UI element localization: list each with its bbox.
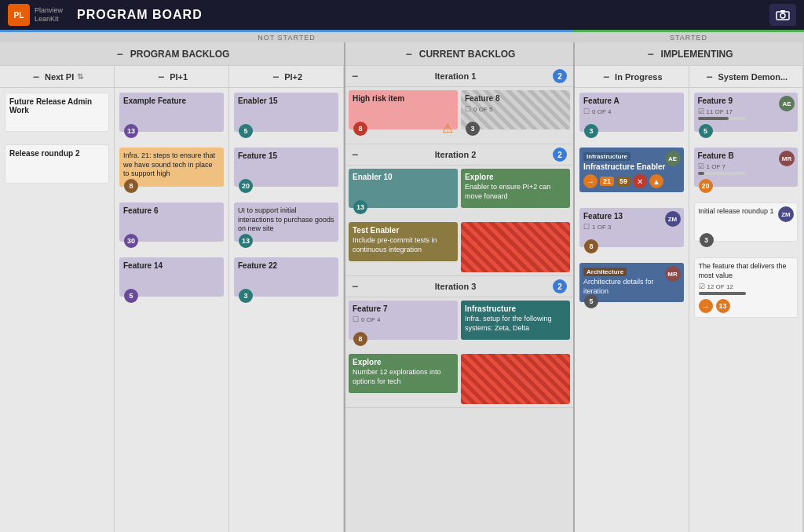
progress-row: ☐ 0 OF 4	[353, 315, 454, 323]
card-explore-iter2[interactable]: Explore Enabler to ensure PI+2 can move …	[461, 169, 570, 208]
col-pi1-header: − PI+1	[115, 66, 228, 88]
card-future-release[interactable]: Future Release Admin Work	[5, 93, 109, 132]
col-next-pi: − Next PI ⇅ Future Release Admin Work Re…	[0, 66, 115, 532]
card-title: Release roundup 2	[9, 149, 104, 158]
iter3-minus[interactable]: −	[352, 280, 358, 293]
iteration-3-cards: Feature 7 ☐ 0 OF 4 8 Infrastructure Infr…	[345, 297, 573, 407]
arrow-right-value-btn[interactable]: →	[699, 299, 713, 313]
badge-13: 13	[716, 299, 730, 313]
pi2-body: Enabler 15 5 Feature 15 20 UI to support…	[229, 88, 343, 532]
arrow-right-btn[interactable]: →	[583, 174, 598, 188]
card-infrastructure-enabler[interactable]: Infrastructure AE Infrastructure Enabler…	[579, 148, 684, 192]
card-example-feature[interactable]: Example Feature 13	[119, 93, 224, 132]
progress-row: ☐ 0 OF 4	[583, 107, 680, 115]
check-icon: ☐	[353, 315, 359, 323]
check-icon: ☐	[583, 107, 590, 115]
started-label: STARTED	[573, 30, 804, 42]
card-feature14[interactable]: Feature 14 5	[119, 257, 224, 297]
next-pi-minus[interactable]: −	[31, 71, 42, 83]
progress-bar	[698, 117, 729, 120]
avatar-zm: ZM	[665, 211, 681, 227]
iter2-minus[interactable]: −	[352, 148, 358, 161]
in-progress-header: − In Progress	[575, 66, 689, 88]
card-explore-iter3[interactable]: Explore Number 12 explorations into opti…	[349, 354, 458, 393]
sys-demo-minus[interactable]: −	[704, 71, 714, 83]
card-badge: 20	[699, 179, 713, 193]
not-started-label: NOT STARTED	[0, 30, 573, 42]
card-feature13[interactable]: ZM Feature 13 ☐ 1 OF 3 8	[579, 208, 684, 247]
card-striped-red-iter3	[461, 354, 570, 404]
iteration-2-label: Iteration 2	[363, 150, 548, 159]
iteration-1-badge: 2	[553, 69, 567, 83]
iteration-3-header: − Iteration 3 2	[345, 276, 573, 297]
program-backlog-minus[interactable]: −	[115, 48, 126, 60]
card-test-enabler[interactable]: Test Enabler Include pre-commit tests in…	[349, 222, 458, 261]
card-initial-release[interactable]: ZM Initial release roundup 1 3	[694, 202, 799, 242]
nav-camera-button[interactable]	[769, 4, 796, 26]
cb-minus[interactable]: −	[404, 48, 415, 60]
card-badge: 5	[124, 289, 138, 303]
card-feature15[interactable]: Feature 15 20	[234, 148, 338, 187]
logo-text: PlanviewLeanKit	[35, 6, 63, 24]
progress-row: ☑ 12 OF 12	[699, 282, 794, 290]
card-badge: 13	[353, 200, 367, 214]
card-feature-a[interactable]: Feature A ☐ 0 OF 4 3	[579, 93, 684, 132]
progress-label: 0 OF 4	[592, 108, 611, 115]
up-btn[interactable]: ▲	[649, 174, 663, 188]
card-infra21[interactable]: Infra. 21: steps to ensure that we have …	[119, 148, 224, 187]
next-pi-sort[interactable]: ⇅	[77, 72, 83, 81]
iteration-1-header: − Iteration 1 2	[345, 66, 573, 87]
action-row-value: → 13	[699, 299, 794, 313]
card-feature22[interactable]: Feature 22 3	[234, 257, 338, 297]
iter1-minus[interactable]: −	[352, 70, 358, 82]
card-badge: 3	[466, 122, 480, 136]
card-feature9[interactable]: AE Feature 9 ☑ 11 OF 17 5	[694, 93, 799, 132]
iteration-3-row: − Iteration 3 2 Feature 7 ☐ 0 OF 4 8 In	[345, 276, 573, 408]
avatar-ae-f9: AE	[779, 96, 795, 111]
card-most-value[interactable]: The feature that delivers the most value…	[694, 257, 799, 318]
in-progress-minus[interactable]: −	[601, 71, 612, 83]
card-high-risk[interactable]: High risk item 8 ⚠	[349, 90, 458, 129]
progress-label: 12 OF 12	[707, 283, 733, 290]
card-feature-b[interactable]: MR Feature B ☑ 1 OF 7 20	[694, 148, 799, 187]
check-icon: ☑	[698, 162, 704, 170]
impl-minus[interactable]: −	[645, 48, 656, 60]
card-feature8[interactable]: Feature 8 ☐ 0 OF 5 3	[461, 90, 570, 129]
pi1-minus[interactable]: −	[155, 71, 166, 83]
card-infrastructure-iter3[interactable]: Infrastructure Infra. setup for the foll…	[461, 301, 570, 340]
program-backlog-content: − Next PI ⇅ Future Release Admin Work Re…	[0, 66, 344, 532]
status-bar: NOT STARTED STARTED	[0, 30, 804, 42]
implementing-content: − In Progress Feature A ☐ 0 OF 4 3	[575, 66, 803, 532]
card-badge: 8	[353, 332, 367, 346]
card-badge: 3	[700, 233, 714, 247]
card-badge: 30	[124, 234, 138, 248]
card-title: Enabler 10	[353, 173, 454, 181]
card-badge: 5	[239, 124, 253, 138]
card-title: Infrastructure	[465, 304, 566, 313]
action-num-21: 21	[600, 177, 614, 186]
program-backlog-header: − PROGRAM BACKLOG	[0, 42, 344, 66]
card-enabler15[interactable]: Enabler 15 5	[234, 93, 338, 132]
pi1-label: PI+1	[170, 72, 188, 82]
card-enabler10[interactable]: Enabler 10 13	[349, 169, 458, 208]
card-title: Feature 14	[123, 261, 220, 270]
progress-row: ☐ 1 OF 3	[583, 223, 680, 231]
close-btn[interactable]: ✕	[633, 174, 647, 188]
col-pi2-header: − PI+2	[229, 66, 343, 88]
card-architecture[interactable]: Architecture MR Architecture details for…	[579, 263, 684, 302]
progress-row: ☑ 11 OF 17	[698, 107, 795, 115]
iteration-3-label: Iteration 3	[363, 282, 548, 291]
col-in-progress: − In Progress Feature A ☐ 0 OF 4 3	[575, 66, 689, 532]
card-ui-support[interactable]: UI to support initial interactions to pu…	[234, 202, 338, 242]
card-body: The feature that delivers the most value	[699, 262, 794, 280]
card-feature6[interactable]: Feature 6 30	[119, 202, 224, 242]
card-feature7[interactable]: Feature 7 ☐ 0 OF 4 8	[349, 301, 458, 340]
in-progress-body: Feature A ☐ 0 OF 4 3 Infrastructure AE I…	[575, 88, 689, 532]
progress-bar-container	[698, 172, 745, 175]
card-badge: 13	[124, 124, 138, 138]
pi2-minus[interactable]: −	[270, 71, 281, 83]
action-row: → 21 59 ✕ ▲	[583, 174, 680, 188]
card-title: Test Enabler	[353, 226, 454, 235]
card-title: Feature 22	[238, 261, 334, 270]
card-release-roundup-2[interactable]: Release roundup 2	[5, 144, 109, 184]
